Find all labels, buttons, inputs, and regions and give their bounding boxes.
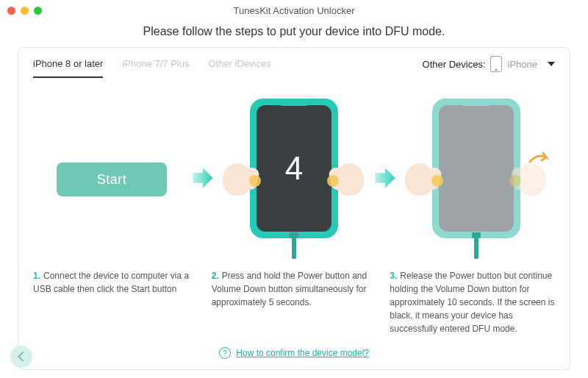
caption-1: 1.Connect the device to computer via a U… — [33, 269, 198, 335]
start-button[interactable]: Start — [57, 163, 167, 196]
cable-icon — [292, 237, 296, 259]
caption-2: 2.Press and hold the Power button and Vo… — [212, 269, 377, 335]
confirm-model-link[interactable]: How to confirm the device model? — [236, 348, 369, 358]
tab-other[interactable]: Other iDevices — [208, 51, 270, 78]
hand-right-icon — [334, 163, 365, 200]
other-devices-label: Other Devices: — [423, 59, 486, 70]
tab-iphone7[interactable]: iPhone 7/7 Plus — [122, 51, 189, 78]
step3-illustration — [414, 99, 539, 260]
help-row: ? How to confirm the device model? — [33, 347, 555, 359]
hand-left-icon — [223, 163, 254, 200]
tab-iphone8[interactable]: iPhone 8 or later — [33, 51, 103, 78]
main-card: iPhone 8 or later iPhone 7/7 Plus Other … — [18, 47, 570, 370]
arrow-icon — [373, 165, 398, 193]
step2-illustration: 4 — [232, 99, 356, 260]
arrow-icon — [190, 165, 215, 193]
hand-right-icon — [517, 163, 548, 200]
hand-left-icon — [405, 163, 436, 200]
phone-icon — [490, 56, 502, 72]
other-devices-value: iPhone — [508, 59, 537, 70]
device-tabs: iPhone 8 or later iPhone 7/7 Plus Other … — [33, 51, 271, 78]
countdown-value: 4 — [285, 150, 303, 187]
caption-3: 3.Release the Power button but continue … — [390, 269, 555, 335]
window-title: TunesKit Activation Unlocker — [0, 5, 588, 16]
chevron-down-icon — [548, 62, 555, 66]
captions-row: 1.Connect the device to computer via a U… — [33, 269, 555, 335]
back-button[interactable] — [10, 346, 32, 368]
question-icon: ? — [219, 347, 231, 359]
other-devices-selector[interactable]: Other Devices: iPhone — [423, 56, 555, 72]
cable-icon — [474, 237, 478, 259]
page-subtitle: Please follow the steps to put your devi… — [0, 25, 588, 38]
steps-row: Start 4 — [33, 99, 555, 260]
